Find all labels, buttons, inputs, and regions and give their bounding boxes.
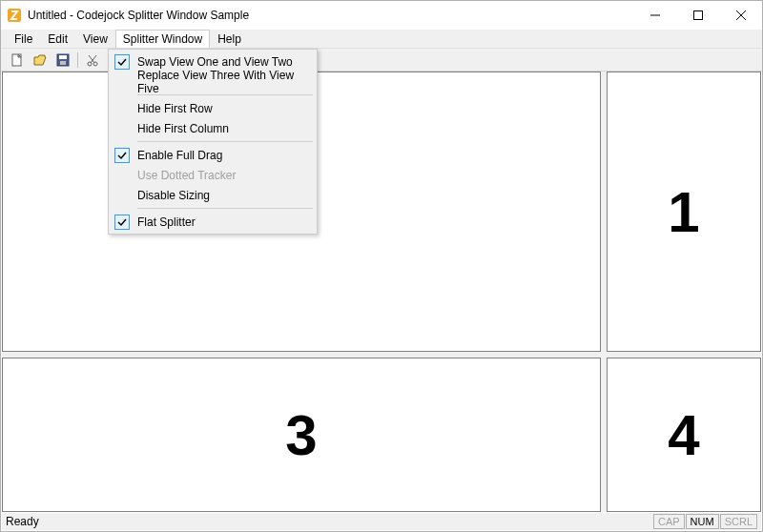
toolbar-separator bbox=[77, 52, 78, 68]
menu-item-label: Hide First Row bbox=[134, 102, 315, 115]
svg-point-12 bbox=[93, 62, 97, 66]
open-file-button[interactable] bbox=[30, 50, 51, 71]
menu-item-label: Flat Splitter bbox=[134, 215, 315, 229]
svg-rect-8 bbox=[60, 61, 66, 65]
menu-item-label: Enable Full Drag bbox=[134, 149, 315, 162]
menu-item-enable-full-drag[interactable]: Enable Full Drag bbox=[111, 145, 315, 165]
menu-item-replace-view[interactable]: Replace View Three With View Five bbox=[111, 72, 315, 92]
menu-item-label: Disable Sizing bbox=[134, 189, 315, 202]
status-bar: Ready CAP NUM SCRL bbox=[2, 513, 761, 530]
check-icon bbox=[111, 54, 134, 70]
cut-button[interactable] bbox=[82, 50, 103, 71]
splitter-window-dropdown: Swap View One and View Two Replace View … bbox=[108, 49, 318, 235]
menu-item-flat-splitter[interactable]: Flat Splitter bbox=[111, 212, 315, 232]
svg-line-4 bbox=[736, 10, 746, 20]
check-icon bbox=[111, 215, 134, 230]
status-num-lock: NUM bbox=[686, 514, 719, 529]
menu-view[interactable]: View bbox=[75, 30, 115, 48]
menu-splitter-window[interactable]: Splitter Window bbox=[115, 30, 210, 48]
menu-item-label: Swap View One and View Two bbox=[134, 55, 315, 69]
svg-rect-2 bbox=[693, 11, 702, 20]
window-controls bbox=[633, 2, 762, 30]
app-icon bbox=[7, 8, 22, 23]
minimize-button[interactable] bbox=[633, 2, 676, 30]
new-file-button[interactable] bbox=[7, 50, 28, 71]
menu-bar: File Edit View Splitter Window Help bbox=[1, 30, 762, 49]
menu-edit[interactable]: Edit bbox=[40, 30, 75, 48]
menu-item-label: Hide First Column bbox=[134, 122, 315, 135]
pane-top-right[interactable]: 1 bbox=[607, 72, 761, 352]
status-text: Ready bbox=[6, 515, 652, 528]
menu-file[interactable]: File bbox=[7, 30, 40, 48]
status-caps-lock: CAP bbox=[653, 514, 685, 529]
check-icon bbox=[111, 148, 134, 163]
status-scroll-lock: SCRL bbox=[720, 514, 757, 529]
svg-point-11 bbox=[88, 62, 92, 66]
pane-bottom-left[interactable]: 3 bbox=[2, 358, 601, 512]
window-title: Untitled - Codejock Splitter Window Samp… bbox=[28, 9, 633, 22]
svg-line-3 bbox=[736, 10, 746, 20]
maximize-button[interactable] bbox=[676, 2, 719, 30]
svg-rect-7 bbox=[59, 55, 67, 59]
menu-item-label: Use Dotted Tracker bbox=[134, 169, 315, 182]
menu-help[interactable]: Help bbox=[210, 30, 249, 48]
menu-separator bbox=[137, 141, 313, 142]
menu-item-hide-first-row[interactable]: Hide First Row bbox=[111, 98, 315, 118]
pane-bottom-right[interactable]: 4 bbox=[607, 358, 761, 512]
close-button[interactable] bbox=[719, 2, 762, 30]
menu-item-disable-sizing[interactable]: Disable Sizing bbox=[111, 185, 315, 205]
menu-item-hide-first-column[interactable]: Hide First Column bbox=[111, 118, 315, 138]
save-button[interactable] bbox=[52, 50, 73, 71]
menu-item-label: Replace View Three With View Five bbox=[134, 69, 315, 95]
menu-item-dotted-tracker: Use Dotted Tracker bbox=[111, 165, 315, 185]
menu-separator bbox=[137, 208, 313, 209]
title-bar: Untitled - Codejock Splitter Window Samp… bbox=[1, 1, 762, 30]
